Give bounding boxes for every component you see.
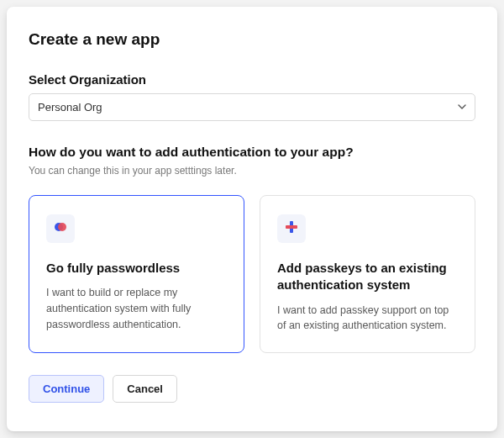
option-add-passkeys[interactable]: Add passkeys to an existing authenticati… xyxy=(260,195,475,353)
circles-icon xyxy=(53,219,68,238)
option-title: Go fully passwordless xyxy=(46,260,228,277)
option-icon-box xyxy=(46,214,75,243)
plus-icon xyxy=(284,219,299,238)
auth-helper: You can change this in your app settting… xyxy=(29,165,475,177)
modal-footer: Continue Cancel xyxy=(29,375,475,403)
modal-title: Create a new app xyxy=(29,30,475,49)
auth-question: How do you want to add authentication to… xyxy=(29,145,475,160)
option-title: Add passkeys to an existing authenticati… xyxy=(277,260,459,294)
auth-options: Go fully passwordless I want to build or… xyxy=(29,195,475,353)
svg-rect-3 xyxy=(286,225,297,229)
create-app-modal: Create a new app Select Organization Per… xyxy=(7,7,497,431)
continue-button[interactable]: Continue xyxy=(29,375,104,403)
svg-point-1 xyxy=(58,223,66,231)
option-desc: I want to add passkey support on top of … xyxy=(277,303,459,335)
org-select[interactable]: Personal Org xyxy=(29,93,475,121)
cancel-button[interactable]: Cancel xyxy=(113,375,177,403)
org-label: Select Organization xyxy=(29,72,475,87)
org-select-wrap: Personal Org xyxy=(29,93,475,121)
option-icon-box xyxy=(277,214,306,243)
option-desc: I want to build or replace my authentica… xyxy=(46,285,228,332)
option-passwordless[interactable]: Go fully passwordless I want to build or… xyxy=(29,195,244,353)
